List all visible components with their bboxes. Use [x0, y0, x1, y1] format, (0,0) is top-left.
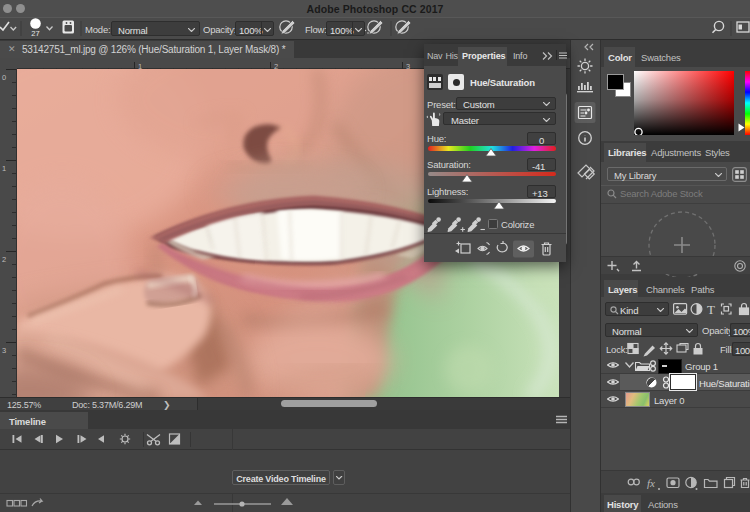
svg-text:3: 3 — [2, 346, 6, 355]
svg-text:27: 27 — [31, 29, 39, 38]
svg-text:T: T — [707, 302, 715, 317]
svg-text:2: 2 — [2, 255, 6, 264]
svg-text:0: 0 — [2, 73, 6, 82]
svg-text:1: 1 — [2, 164, 6, 173]
svg-text:fx: fx — [647, 477, 655, 489]
